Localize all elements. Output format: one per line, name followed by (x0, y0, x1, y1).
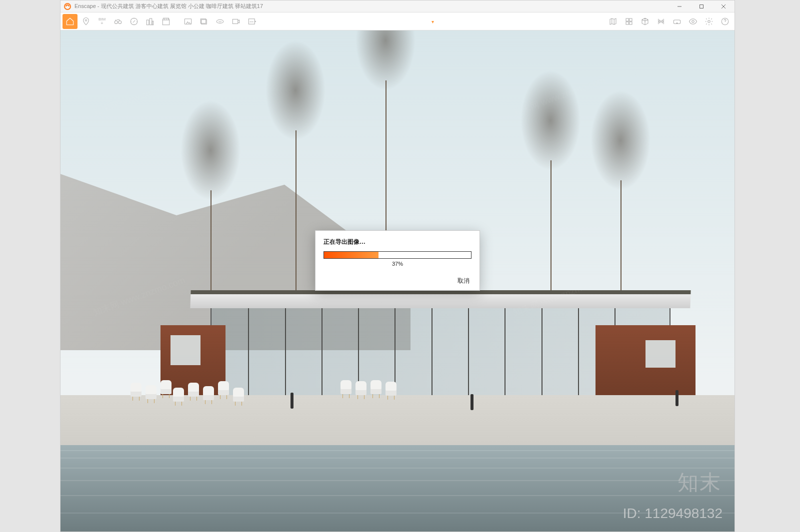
svg-rect-24 (630, 21, 632, 24)
sync-views-button[interactable] (654, 14, 668, 29)
close-button[interactable] (712, 0, 734, 12)
cancel-button[interactable]: 取消 (456, 276, 472, 285)
scene-building-roof (190, 290, 690, 308)
svg-point-27 (708, 20, 710, 22)
window-controls (668, 0, 734, 12)
toolbar-right-group (606, 14, 732, 29)
dialog-actions: 取消 (324, 276, 472, 285)
svg-rect-12 (162, 20, 170, 25)
scene-chair (370, 380, 382, 394)
clapperboard-button[interactable] (158, 14, 174, 29)
svg-rect-11 (152, 21, 154, 25)
scene-chair (130, 383, 142, 397)
maximize-button[interactable] (690, 0, 712, 12)
svg-rect-18 (232, 19, 238, 23)
buildings-button[interactable] (142, 14, 158, 29)
watermark-brand: 知末 (678, 469, 722, 497)
scene-wall (596, 325, 696, 400)
scene-chair (203, 386, 214, 400)
progress-bar-fill (324, 252, 378, 258)
visibility-button[interactable] (686, 14, 700, 29)
watermark-id: ID: 1129498132 (623, 506, 722, 522)
scene-chair (340, 380, 352, 394)
title-bar: Enscape - 现代公共建筑 游客中心建筑 展览馆 小公建 咖啡厅建筑 驿站… (60, 0, 734, 12)
asset-library-button[interactable] (622, 14, 636, 29)
settings-button[interactable] (702, 14, 716, 29)
svg-text:360: 360 (218, 20, 222, 22)
scene-chair (356, 381, 366, 395)
cube-view-button[interactable] (638, 14, 652, 29)
batch-render-button[interactable] (196, 14, 212, 29)
svg-point-7 (118, 20, 122, 23)
svg-rect-2 (700, 5, 704, 8)
window-title: Enscape - 现代公共建筑 游客中心建筑 展览馆 小公建 咖啡厅建筑 驿站… (74, 2, 263, 10)
enscape-logo-icon (64, 2, 72, 10)
export-progress-dialog: 正在导出图像… 37% 取消 (315, 230, 480, 291)
compass-button[interactable] (126, 14, 142, 29)
svg-point-6 (114, 20, 118, 23)
scene-chair (160, 380, 172, 394)
video-export-button[interactable] (228, 14, 244, 29)
svg-rect-10 (150, 18, 152, 25)
progress-bar (324, 251, 472, 259)
scene-chair (386, 382, 396, 396)
scene-chair (146, 385, 156, 399)
scene-tree (620, 180, 622, 295)
scene-chair (233, 388, 244, 402)
help-button[interactable] (718, 14, 732, 29)
location-pin-button[interactable] (78, 14, 94, 29)
scene-bollard (290, 393, 294, 409)
svg-rect-23 (626, 21, 628, 24)
scene-chair (218, 381, 229, 395)
render-viewport[interactable]: 知末网 www.znzmo.com 知末网 www.znzmo.com 知末网 … (60, 30, 734, 532)
scene-tree (550, 160, 552, 295)
dialog-title: 正在导出图像… (324, 238, 472, 246)
map-button[interactable] (606, 14, 620, 29)
scene-bollard (470, 394, 474, 410)
progress-percent-label: 37% (324, 261, 472, 267)
scene-tree (210, 190, 212, 295)
scene-chair (173, 388, 184, 402)
binoculars-button[interactable] (110, 14, 126, 29)
svg-rect-21 (626, 18, 628, 21)
svg-rect-9 (146, 20, 149, 25)
vr-headset-button[interactable] (670, 14, 684, 29)
home-button[interactable] (62, 14, 78, 29)
toolbar-expand-caret-icon[interactable]: ▾ (432, 19, 434, 24)
panorama-360-button[interactable]: 360 (212, 14, 228, 29)
svg-point-26 (692, 20, 694, 22)
bim-label: BIM (98, 17, 106, 21)
scene-chair (188, 383, 199, 397)
toolbar-left-group: BIM≡ 360 EXE (62, 14, 260, 29)
bim-menu-button[interactable]: BIM≡ (94, 14, 110, 29)
minimize-button[interactable] (668, 0, 690, 12)
scene-bollard (676, 390, 678, 406)
toolbar: BIM≡ 360 EXE ▾ (60, 12, 734, 30)
svg-rect-25 (674, 20, 680, 24)
svg-text:EXE: EXE (250, 20, 254, 22)
app-window: Enscape - 现代公共建筑 游客中心建筑 展览馆 小公建 咖啡厅建筑 驿站… (60, 0, 735, 532)
svg-rect-13 (184, 18, 192, 24)
exe-export-button[interactable]: EXE (244, 14, 260, 29)
scene-tree (296, 130, 296, 290)
svg-rect-22 (630, 18, 632, 21)
screenshot-button[interactable] (180, 14, 196, 29)
svg-point-0 (64, 3, 70, 9)
scene-ground (60, 395, 734, 450)
svg-point-5 (86, 19, 87, 21)
